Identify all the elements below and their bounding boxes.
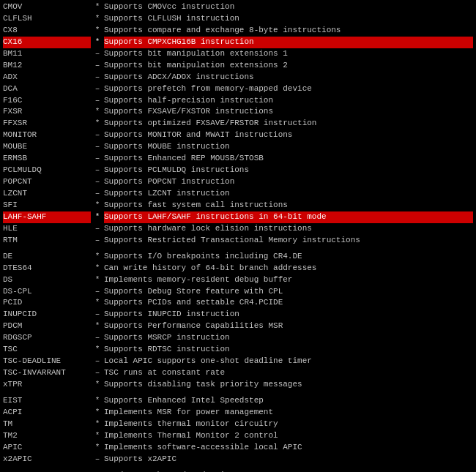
feature-name: ERMSB [3, 153, 91, 165]
feature-name: DTES64 [3, 263, 91, 274]
feature-name: TSC-INVARRANT [3, 367, 91, 379]
feature-name: CX16 [3, 37, 91, 48]
feature-desc: Supports bit manipulation extensions 1 [104, 48, 473, 60]
feature-row: MOUBE–Supports MOUBE instruction [3, 141, 473, 153]
feature-star: – [91, 286, 104, 298]
feature-name: CNXT-ID [3, 470, 91, 472]
feature-desc: Supports bit manipulation extensions 2 [104, 60, 473, 72]
feature-star: – [91, 223, 104, 235]
feature-star: * [91, 211, 104, 223]
feature-desc: Supports LAHF/SAHF instructions in 64-bi… [104, 211, 473, 223]
feature-desc: Supports fast system call instructions [104, 200, 473, 211]
feature-row: CX8*Supports compare and exchange 8-byte… [3, 25, 473, 37]
feature-name: CMOV [3, 1, 91, 13]
feature-row: PDCM*Supports Performance Capabilities M… [3, 321, 473, 332]
feature-name: DCA [3, 83, 91, 95]
feature-row: RDGSCP–Supports MSRCP instruction [3, 332, 473, 344]
feature-star: * [91, 118, 104, 130]
feature-star: * [91, 407, 104, 419]
feature-name: ADX [3, 72, 91, 83]
feature-row: DS-CPL–Supports Debug Store feature with… [3, 286, 473, 298]
feature-name: MOUBE [3, 141, 91, 153]
feature-name: HLE [3, 223, 91, 235]
feature-desc: Supports disabling task priority message… [104, 379, 473, 391]
feature-name: EIST [3, 395, 91, 407]
feature-row: FXSR*Supports FXSAVE/FXSTOR instructions [3, 106, 473, 118]
feature-name: DS [3, 274, 91, 286]
feature-desc: Supports INUPCID instruction [104, 309, 473, 321]
feature-star: * [91, 200, 104, 211]
feature-name: RTM [3, 235, 91, 247]
feature-name: TSC-DEADLINE [3, 356, 91, 367]
feature-star: * [91, 344, 104, 356]
feature-row: ERMSB–Supports Enhanced REP MOUSB/STOSB [3, 153, 473, 165]
feature-row: DCA–Supports prefetch from memory-mapped… [3, 83, 473, 95]
feature-star: * [91, 37, 104, 48]
feature-desc: Supports optimized FXSAVE/FRSTOR instruc… [104, 118, 473, 130]
feature-row: CLFLSH*Supports CLFLUSH instruction [3, 13, 473, 25]
feature-desc: Supports MONITOR and MWAIT instructions [104, 130, 473, 141]
feature-row: PCLMULDQ–Supports PCLMULDQ instructions [3, 165, 473, 176]
feature-row: BM11–Supports bit manipulation extension… [3, 48, 473, 60]
feature-desc: Supports CMPXCHG16B instruction [104, 37, 473, 48]
feature-desc: Supports I/O breakpoints including CR4.D… [104, 251, 473, 263]
feature-desc: Implements thermal monitor circuitry [104, 419, 473, 430]
feature-star: * [91, 297, 104, 309]
feature-name: DS-CPL [3, 286, 91, 298]
feature-star: – [91, 83, 104, 95]
feature-desc: Supports Debug Store feature with CPL [104, 286, 473, 298]
feature-desc: TSC runs at constant rate [104, 367, 473, 379]
feature-name: xTPR [3, 379, 91, 391]
feature-name: TM2 [3, 430, 91, 442]
feature-star: – [91, 130, 104, 141]
feature-name: ACPI [3, 407, 91, 419]
feature-star: * [91, 379, 104, 391]
feature-desc: Supports Enhanced REP MOUSB/STOSB [104, 153, 473, 165]
feature-row: DS*Implements memory-resident debug buff… [3, 274, 473, 286]
feature-star: * [91, 430, 104, 442]
feature-desc: Supports CLFLUSH instruction [104, 13, 473, 25]
feature-desc: Supports hardware lock elision instructi… [104, 223, 473, 235]
feature-star: – [91, 95, 104, 107]
feature-row: xTPR*Supports disabling task priority me… [3, 379, 473, 391]
feature-row: LZCNT–Supports LZCNT instruction [3, 188, 473, 200]
feature-desc: L1 data cache mode adaptive or BIOS [104, 470, 473, 472]
feature-desc: Supports Enhanced Intel Speedstep [104, 395, 473, 407]
feature-name: MONITOR [3, 130, 91, 141]
feature-star: * [91, 251, 104, 263]
feature-star: * [91, 442, 104, 454]
feature-name: INUPCID [3, 309, 91, 321]
feature-row: APIC*Implements software-accessible loca… [3, 442, 473, 454]
feature-row: HLE–Supports hardware lock elision instr… [3, 223, 473, 235]
feature-star: – [91, 332, 104, 344]
feature-star: – [91, 165, 104, 176]
feature-name: BM11 [3, 48, 91, 60]
feature-name: x2APIC [3, 454, 91, 465]
feature-desc: Supports PCIDs and settable CR4.PCIDE [104, 297, 473, 309]
feature-name: FFXSR [3, 118, 91, 130]
feature-name: RDGSCP [3, 332, 91, 344]
feature-desc: Implements MSR for power management [104, 407, 473, 419]
feature-desc: Implements software-accessible local API… [104, 442, 473, 454]
feature-star: – [91, 153, 104, 165]
feature-name: F16C [3, 95, 91, 107]
feature-star: * [91, 321, 104, 332]
feature-row: F16C–Supports half-precision instruction [3, 95, 473, 107]
feature-name: LAHF-SAHF [3, 211, 91, 223]
feature-row: MONITOR–Supports MONITOR and MWAIT instr… [3, 130, 473, 141]
feature-desc: Can write history of 64-bit branch addre… [104, 263, 473, 274]
feature-star: – [91, 470, 104, 472]
feature-name: CX8 [3, 25, 91, 37]
feature-star: * [91, 13, 104, 25]
feature-row: TSC-DEADLINE–Local APIC supports one-sho… [3, 356, 473, 367]
feature-name: PDCM [3, 321, 91, 332]
feature-star: * [91, 1, 104, 13]
feature-star: – [91, 188, 104, 200]
feature-star: * [91, 419, 104, 430]
feature-star: – [91, 367, 104, 379]
feature-desc: Supports half-precision instruction [104, 95, 473, 107]
feature-star: – [91, 235, 104, 247]
feature-row: POPCNT–Supports POPCNT instruction [3, 176, 473, 188]
feature-row: LAHF-SAHF*Supports LAHF/SAHF instruction… [3, 211, 473, 223]
feature-row: FFXSR*Supports optimized FXSAVE/FRSTOR i… [3, 118, 473, 130]
